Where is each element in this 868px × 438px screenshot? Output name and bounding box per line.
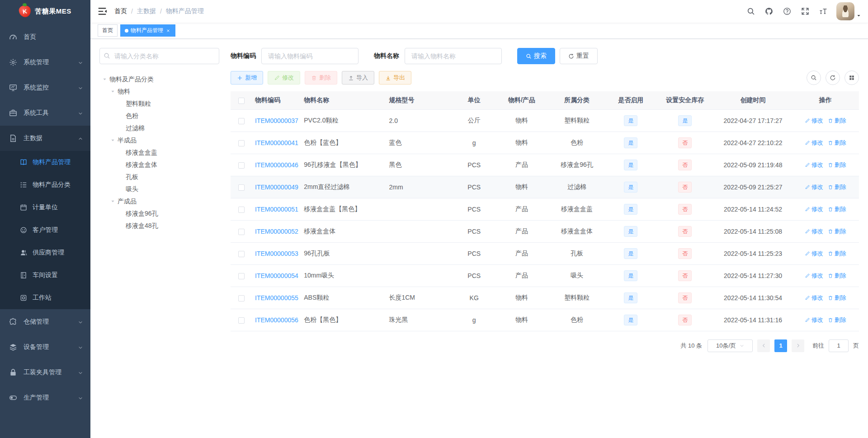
logo[interactable]: K 苦糖果MES	[0, 0, 90, 23]
material-code-link[interactable]: ITEM00000052	[255, 228, 298, 235]
tree-node[interactable]: 移液盒盒盖	[99, 146, 219, 159]
row-edit-link[interactable]: 修改	[805, 183, 823, 191]
caret-down-icon[interactable]	[108, 137, 118, 144]
tab-home[interactable]: 首页	[98, 24, 118, 37]
sidebar-item-system-monitor[interactable]: 系统监控	[0, 75, 90, 100]
category-search-input[interactable]	[99, 48, 219, 64]
sidebar-item-material-product-mgmt[interactable]: 物料产品管理	[0, 151, 90, 174]
material-code-link[interactable]: ITEM00000046	[255, 161, 298, 169]
row-delete-link[interactable]: 删除	[828, 183, 846, 191]
row-delete-link[interactable]: 删除	[828, 294, 846, 302]
material-code-link[interactable]: ITEM00000054	[255, 272, 298, 279]
tree-node[interactable]: 物料及产品分类	[99, 73, 219, 85]
sidebar-item-warehouse-mgmt[interactable]: 仓储管理	[0, 309, 90, 334]
caret-down-icon[interactable]	[108, 89, 118, 95]
sidebar-item-workstation[interactable]: 工作站	[0, 287, 90, 309]
material-code-link[interactable]: ITEM00000049	[255, 184, 298, 191]
tree-node[interactable]: 移液盒48孔	[99, 220, 219, 232]
search-button[interactable]: 搜索	[517, 48, 555, 64]
material-code-link[interactable]: ITEM00000037	[255, 117, 298, 124]
row-checkbox[interactable]	[238, 162, 245, 169]
row-checkbox[interactable]	[238, 118, 245, 124]
tree-node[interactable]: 吸头	[99, 183, 219, 195]
material-code-link[interactable]: ITEM00000055	[255, 294, 298, 301]
export-button[interactable]: 导出	[379, 71, 411, 85]
material-code-input[interactable]	[261, 48, 359, 64]
search-icon[interactable]	[743, 4, 759, 19]
row-delete-link[interactable]: 删除	[828, 250, 846, 258]
page-size-select[interactable]: 10条/页	[708, 339, 753, 352]
row-checkbox[interactable]	[238, 229, 245, 235]
sidebar-item-system-mgmt[interactable]: 系统管理	[0, 50, 90, 75]
row-delete-link[interactable]: 删除	[828, 227, 846, 235]
toggle-search-button[interactable]	[807, 71, 821, 85]
material-code-link[interactable]: ITEM00000053	[255, 250, 298, 257]
sidebar-item-fixture-mgmt[interactable]: 工装夹具管理	[0, 360, 90, 385]
delete-button[interactable]: 删除	[305, 71, 337, 85]
row-edit-link[interactable]: 修改	[805, 161, 823, 169]
row-delete-link[interactable]: 删除	[828, 272, 846, 280]
user-menu[interactable]	[836, 2, 861, 20]
material-code-link[interactable]: ITEM00000041	[255, 139, 298, 146]
github-icon[interactable]	[761, 4, 777, 19]
sidebar-item-system-tools[interactable]: 系统工具	[0, 100, 90, 126]
sidebar-item-measure-unit[interactable]: 计量单位	[0, 196, 90, 219]
row-delete-link[interactable]: 删除	[828, 205, 846, 213]
tree-node[interactable]: 孔板	[99, 171, 219, 183]
tab-material-product-mgmt[interactable]: 物料产品管理	[120, 24, 175, 37]
sidebar-item-home[interactable]: 首页	[0, 24, 90, 50]
row-edit-link[interactable]: 修改	[805, 117, 823, 125]
add-button[interactable]: 新增	[231, 71, 263, 85]
caret-down-icon[interactable]	[108, 198, 118, 205]
row-edit-link[interactable]: 修改	[805, 294, 823, 302]
question-icon[interactable]	[779, 4, 795, 19]
sidebar-item-workshop-setting[interactable]: 车间设置	[0, 264, 90, 287]
row-edit-link[interactable]: 修改	[805, 250, 823, 258]
row-edit-link[interactable]: 修改	[805, 272, 823, 280]
tree-node[interactable]: 移液盒盒体	[99, 159, 219, 171]
columns-grid-button[interactable]	[844, 71, 859, 85]
row-checkbox[interactable]	[238, 273, 245, 279]
font-size-icon[interactable]	[816, 4, 831, 19]
row-delete-link[interactable]: 删除	[828, 161, 846, 169]
breadcrumb-home[interactable]: 首页	[114, 7, 127, 15]
import-button[interactable]: 导入	[342, 71, 374, 85]
tree-node[interactable]: 半成品	[99, 134, 219, 146]
material-code-link[interactable]: ITEM00000056	[255, 316, 298, 324]
material-name-input[interactable]	[405, 48, 502, 64]
row-checkbox[interactable]	[238, 251, 245, 257]
tree-node[interactable]: 移液盒96孔	[99, 207, 219, 220]
tree-node[interactable]: 色粉	[99, 110, 219, 122]
row-checkbox[interactable]	[238, 184, 245, 191]
close-icon[interactable]	[165, 28, 171, 33]
fullscreen-icon[interactable]	[797, 4, 813, 19]
reset-button[interactable]: 重置	[560, 48, 598, 64]
tree-node[interactable]: 产成品	[99, 195, 219, 207]
next-page-button[interactable]	[792, 339, 804, 352]
select-all-checkbox[interactable]	[238, 98, 245, 104]
row-delete-link[interactable]: 删除	[828, 316, 846, 324]
row-edit-link[interactable]: 修改	[805, 205, 823, 213]
row-checkbox[interactable]	[238, 317, 245, 324]
row-checkbox[interactable]	[238, 295, 245, 301]
row-edit-link[interactable]: 修改	[805, 139, 823, 147]
tree-node[interactable]: 过滤棉	[99, 122, 219, 134]
row-delete-link[interactable]: 删除	[828, 117, 846, 125]
sidebar-item-customer-mgmt[interactable]: 客户管理	[0, 219, 90, 241]
sidebar-item-equipment-mgmt[interactable]: 设备管理	[0, 334, 90, 360]
row-edit-link[interactable]: 修改	[805, 316, 823, 324]
hamburger-icon[interactable]	[97, 6, 107, 16]
row-checkbox[interactable]	[238, 207, 245, 213]
row-delete-link[interactable]: 删除	[828, 139, 846, 147]
material-code-link[interactable]: ITEM00000051	[255, 206, 298, 213]
sidebar-item-supplier-mgmt[interactable]: 供应商管理	[0, 241, 90, 264]
row-edit-link[interactable]: 修改	[805, 227, 823, 235]
avatar[interactable]	[836, 2, 854, 20]
sidebar-item-master-data[interactable]: 主数据	[0, 126, 90, 151]
breadcrumb-masterdata[interactable]: 主数据	[137, 7, 156, 15]
sidebar-item-production-mgmt[interactable]: 生产管理	[0, 385, 90, 410]
page-number-1[interactable]: 1	[774, 339, 787, 352]
goto-page-input[interactable]	[829, 339, 849, 352]
sidebar-item-material-product-category[interactable]: 物料产品分类	[0, 174, 90, 196]
tree-node[interactable]: 物料	[99, 85, 219, 98]
